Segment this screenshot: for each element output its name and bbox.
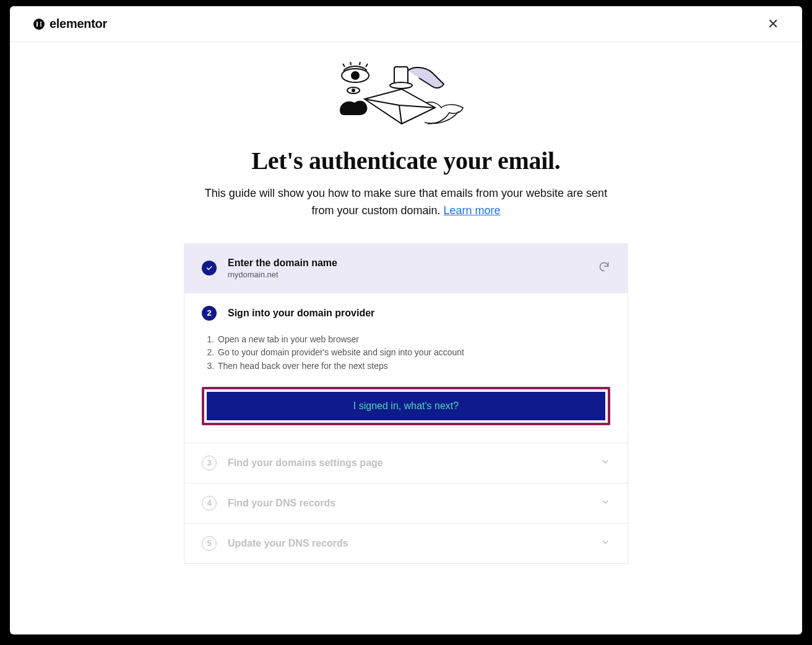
step-3: 3 Find your domains settings page: [184, 443, 628, 483]
step-1-header[interactable]: Enter the domain name mydomain.net: [184, 244, 628, 293]
step-2-body: Open a new tab in your web browser Go to…: [184, 333, 628, 443]
signed-in-button[interactable]: I signed in, what's next?: [207, 392, 605, 420]
step-1-value: mydomain.net: [228, 270, 587, 279]
instruction-1: Open a new tab in your web browser: [217, 333, 610, 347]
elementor-logo-icon: [33, 19, 45, 30]
chevron-down-icon: [600, 497, 610, 509]
svg-point-5: [352, 89, 355, 92]
modal-header: elementor ✕: [10, 6, 802, 42]
step-5-number: 5: [202, 536, 217, 551]
step-4-title: Find your DNS records: [228, 498, 589, 509]
step-2-title: Sign into your domain provider: [228, 308, 610, 319]
refresh-icon[interactable]: [598, 261, 610, 275]
step-4-header[interactable]: 4 Find your DNS records: [184, 483, 628, 523]
step-2: 2 Sign into your domain provider Open a …: [184, 293, 628, 443]
svg-point-3: [351, 71, 360, 80]
step-2-number: 2: [202, 306, 217, 321]
page-subtitle: This guide will show you how to make sur…: [196, 185, 616, 220]
instruction-3: Then head back over here for the next st…: [217, 360, 610, 373]
hero-illustration: [335, 62, 477, 136]
step-5-title: Update your DNS records: [228, 538, 589, 549]
step-5-header[interactable]: 5 Update your DNS records: [184, 524, 628, 563]
svg-rect-0: [394, 67, 408, 84]
page-title: Let's authenticate your email.: [251, 146, 560, 175]
cta-highlight: I signed in, what's next?: [202, 387, 610, 425]
step-5: 5 Update your DNS records: [184, 523, 628, 564]
step-1-title-wrap: Enter the domain name mydomain.net: [228, 258, 587, 279]
step-3-header[interactable]: 3 Find your domains settings page: [184, 443, 628, 483]
instruction-2: Go to your domain provider's website and…: [217, 346, 610, 360]
close-icon[interactable]: ✕: [767, 17, 779, 31]
step-2-instructions: Open a new tab in your web browser Go to…: [202, 333, 610, 373]
content: Let's authenticate your email. This guid…: [10, 42, 802, 563]
step-3-number: 3: [202, 456, 217, 470]
check-icon: [202, 261, 217, 275]
modal-container: elementor ✕: [10, 6, 802, 634]
chevron-down-icon: [600, 457, 610, 469]
step-1-title: Enter the domain name: [228, 258, 587, 269]
step-2-header[interactable]: 2 Sign into your domain provider: [184, 293, 628, 333]
learn-more-link[interactable]: Learn more: [444, 204, 501, 217]
subtitle-text: This guide will show you how to make sur…: [205, 187, 607, 217]
step-4: 4 Find your DNS records: [184, 483, 628, 524]
brand-text: elementor: [50, 17, 107, 31]
steps-list: Enter the domain name mydomain.net 2 Sig…: [184, 243, 628, 563]
chevron-down-icon: [600, 537, 610, 550]
brand: elementor: [33, 17, 107, 31]
step-1: Enter the domain name mydomain.net: [184, 243, 628, 293]
svg-point-1: [390, 82, 412, 89]
step-3-title: Find your domains settings page: [228, 457, 589, 469]
step-4-number: 4: [202, 496, 217, 511]
